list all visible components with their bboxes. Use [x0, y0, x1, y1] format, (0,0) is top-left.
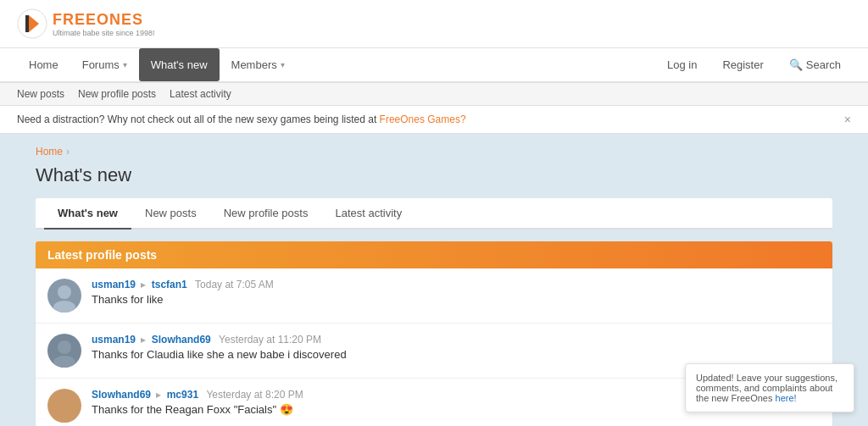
notification-text: Updated! Leave your suggestions, comment…	[696, 373, 837, 403]
post-to-user[interactable]: Slowhand69	[152, 334, 211, 346]
post-from-user[interactable]: usman19	[92, 334, 136, 346]
banner-link[interactable]: FreeOnes Games?	[380, 113, 466, 125]
svg-marker-2	[25, 15, 29, 32]
main-navbar: Home Forums ▾ What's new Members ▾ Log i…	[0, 48, 868, 83]
nav-left: Home Forums ▾ What's new Members ▾	[17, 48, 297, 81]
logo-brand-colored: FREEONES	[53, 11, 143, 28]
logo: FREEONES Ultimate babe site since 1998!	[17, 8, 155, 39]
nav-home[interactable]: Home	[17, 48, 70, 81]
nav-right: Log in Register 🔍 Search	[657, 53, 851, 76]
register-button[interactable]: Register	[712, 53, 773, 76]
post-timestamp: Yesterday at 8:20 PM	[206, 389, 303, 401]
notification-link[interactable]: here!	[776, 393, 797, 403]
search-button[interactable]: 🔍 Search	[779, 53, 851, 76]
notification-box: Updated! Leave your suggestions, comment…	[685, 363, 854, 412]
banner-close-button[interactable]: ×	[844, 113, 851, 126]
promo-banner: Need a distraction? Why not check out al…	[0, 106, 868, 134]
tab-new-posts[interactable]: New posts	[131, 198, 210, 230]
banner-text: Need a distraction? Why not check out al…	[17, 113, 466, 125]
tab-new-profile-posts[interactable]: New profile posts	[210, 198, 322, 230]
search-label: Search	[806, 58, 841, 71]
breadcrumb: Home ›	[36, 146, 832, 158]
svg-point-7	[58, 396, 71, 409]
breadcrumb-home[interactable]: Home	[36, 146, 63, 158]
breadcrumb-separator: ›	[66, 146, 70, 158]
post-to-user[interactable]: tscfan1	[152, 279, 187, 290]
content-tabs: What's new New posts New profile posts L…	[36, 198, 832, 230]
post-text: Thanks for Claudia like she a new babe i…	[92, 348, 821, 361]
svg-point-8	[53, 411, 75, 423]
post-from-user[interactable]: Slowhand69	[92, 389, 151, 401]
tab-whats-new[interactable]: What's new	[44, 198, 131, 230]
post-direction-icon: ▸	[141, 334, 146, 346]
avatar	[47, 279, 81, 313]
post-timestamp: Today at 7:05 AM	[195, 279, 274, 290]
post-from-user[interactable]: usman19	[92, 279, 136, 290]
sub-navbar: New posts New profile posts Latest activ…	[0, 83, 868, 106]
logo-icon	[17, 8, 47, 39]
post-direction-icon: ▸	[141, 279, 146, 290]
post-timestamp: Yesterday at 11:20 PM	[219, 334, 321, 346]
post-meta: usman19 ▸ tscfan1 Today at 7:05 AM	[92, 279, 821, 290]
subnav-new-posts[interactable]: New posts	[17, 86, 64, 102]
members-arrow-icon: ▾	[281, 60, 285, 69]
post-direction-icon: ▸	[156, 389, 161, 401]
list-item: usman19 ▸ tscfan1 Today at 7:05 AM Thank…	[36, 268, 832, 324]
search-icon: 🔍	[789, 58, 803, 71]
post-body: usman19 ▸ tscfan1 Today at 7:05 AM Thank…	[92, 279, 821, 306]
tab-latest-activity[interactable]: Latest activity	[321, 198, 415, 230]
svg-point-4	[53, 301, 75, 313]
avatar	[47, 334, 81, 368]
page-title: What's new	[36, 164, 832, 186]
section-header: Latest profile posts	[36, 241, 832, 268]
site-header: FREEONES Ultimate babe site since 1998!	[0, 0, 868, 48]
nav-members[interactable]: Members ▾	[220, 48, 297, 81]
logo-tagline: Ultimate babe site since 1998!	[53, 29, 155, 37]
post-text: Thanks for like	[92, 293, 821, 306]
nav-forums[interactable]: Forums ▾	[70, 48, 139, 81]
svg-point-5	[58, 340, 71, 354]
avatar	[47, 389, 81, 423]
post-meta: usman19 ▸ Slowhand69 Yesterday at 11:20 …	[92, 334, 821, 346]
post-to-user[interactable]: mc931	[167, 389, 198, 401]
logo-text-container: FREEONES Ultimate babe site since 1998!	[53, 11, 155, 37]
forums-arrow-icon: ▾	[123, 60, 127, 69]
subnav-new-profile-posts[interactable]: New profile posts	[78, 86, 156, 102]
svg-point-6	[53, 356, 75, 368]
post-body: usman19 ▸ Slowhand69 Yesterday at 11:20 …	[92, 334, 821, 361]
login-button[interactable]: Log in	[657, 53, 707, 76]
nav-whats-new[interactable]: What's new	[139, 48, 220, 81]
svg-point-3	[58, 285, 71, 299]
subnav-latest-activity[interactable]: Latest activity	[170, 86, 231, 102]
